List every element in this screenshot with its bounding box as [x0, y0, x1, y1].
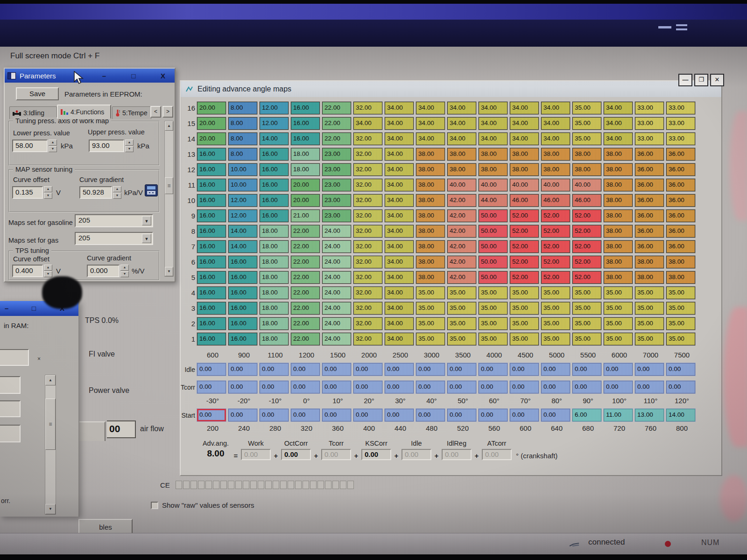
map-cell[interactable]: 16.00	[197, 287, 226, 299]
map-cell[interactable]: 38.00	[416, 179, 445, 191]
map-cell[interactable]: 38.00	[604, 210, 633, 222]
map-cell[interactable]: 38.00	[416, 163, 445, 176]
map-cell[interactable]: 23.00	[322, 210, 351, 222]
map-cell[interactable]: 38.00	[416, 148, 445, 161]
map-cell[interactable]: 46.00	[541, 194, 570, 207]
map-cell[interactable]: 38.00	[572, 163, 601, 176]
save-button[interactable]: Save	[16, 87, 59, 100]
map-cell[interactable]: 8.00	[228, 117, 257, 130]
map-cell[interactable]: 38.00	[604, 271, 633, 284]
parameters-titlebar[interactable]: Parameters – □ X	[5, 69, 175, 83]
idle-cell[interactable]: 0.00	[635, 363, 664, 376]
map-cell[interactable]: 35.00	[572, 133, 601, 145]
map-cell[interactable]: 16.00	[197, 194, 226, 207]
map-cell[interactable]: 38.00	[635, 256, 664, 268]
map-cell[interactable]: 32.00	[353, 210, 382, 222]
ram-field[interactable]	[0, 376, 21, 394]
map-cell[interactable]: 36.00	[635, 240, 664, 253]
tab-functions[interactable]: 4:Functions	[57, 105, 111, 119]
map-cell[interactable]: 20.00	[197, 133, 226, 145]
map-cell[interactable]: 52.00	[572, 210, 601, 222]
tab-scroll-left-button[interactable]: <	[150, 106, 161, 118]
map-cell[interactable]: 24.00	[322, 271, 351, 284]
start-cell[interactable]: 6.00	[572, 409, 601, 421]
map-cell[interactable]: 35.00	[541, 302, 570, 315]
map-cell[interactable]: 40.00	[447, 179, 476, 191]
scrollbar-thumb[interactable]: ≡	[165, 177, 173, 194]
map-cell[interactable]: 36.00	[666, 163, 695, 176]
restore-icon[interactable]: ❐	[694, 74, 708, 86]
map-cell[interactable]: 40.00	[572, 179, 601, 191]
map-cell[interactable]: 32.00	[353, 163, 382, 176]
maps-gasoline-select[interactable]: 205 ▼	[75, 214, 153, 227]
map-cell[interactable]: 12.00	[260, 102, 289, 114]
map-cell[interactable]: 36.00	[635, 210, 664, 222]
map-cell[interactable]: 44.00	[479, 194, 507, 207]
map-cell[interactable]: 36.00	[635, 179, 664, 191]
map-cell[interactable]: 34.00	[510, 133, 539, 145]
idle-cell[interactable]: 0.00	[385, 363, 414, 376]
ram-field[interactable]	[0, 425, 21, 442]
map-cell[interactable]: 35.00	[572, 287, 601, 299]
map-cell[interactable]: 22.00	[322, 102, 351, 114]
map-cell[interactable]: 18.00	[260, 240, 289, 253]
tcorr-cell[interactable]: 0.00	[479, 381, 507, 393]
scrollbar-thumb[interactable]: ≡	[45, 399, 56, 450]
map-cell[interactable]: 32.00	[353, 333, 382, 345]
map-cell[interactable]: 32.00	[353, 271, 382, 284]
map-cell[interactable]: 35.00	[479, 333, 507, 345]
map-cell[interactable]: 35.00	[416, 317, 445, 330]
map-cell[interactable]: 34.00	[604, 133, 633, 145]
tcorr-cell[interactable]: 0.00	[322, 381, 351, 393]
map-cell[interactable]: 38.00	[510, 163, 539, 176]
map-cell[interactable]: 16.00	[197, 317, 226, 330]
map-cell[interactable]: 33.00	[666, 102, 695, 114]
map-cell[interactable]: 38.00	[416, 240, 445, 253]
map-cell[interactable]: 50.00	[479, 240, 507, 253]
map-cell[interactable]: 38.00	[666, 271, 695, 284]
map-cell[interactable]: 52.00	[541, 225, 570, 238]
map-cell[interactable]: 34.00	[385, 148, 414, 161]
map-cell[interactable]: 16.00	[228, 333, 257, 345]
map-cell[interactable]: 38.00	[541, 163, 570, 176]
map-cell[interactable]: 32.00	[353, 256, 382, 268]
map-cell[interactable]: 35.00	[604, 287, 633, 299]
map-cell[interactable]: 38.00	[604, 194, 633, 207]
map-cell[interactable]: 36.00	[635, 225, 664, 238]
idle-cell[interactable]: 0.00	[604, 363, 633, 376]
map-cell[interactable]: 35.00	[416, 333, 445, 345]
idle-cell[interactable]: 0.00	[666, 363, 695, 376]
map-cell[interactable]: 35.00	[416, 302, 445, 315]
close-icon[interactable]: ✕	[710, 74, 724, 86]
map-cell[interactable]: 38.00	[416, 194, 445, 207]
map-cell[interactable]: 52.00	[510, 271, 539, 284]
map-cell[interactable]: 52.00	[572, 240, 601, 253]
close-icon[interactable]: X	[158, 72, 168, 80]
scroll-up-icon[interactable]: ▲	[45, 375, 56, 385]
map-cell[interactable]: 38.00	[604, 240, 633, 253]
map-cell[interactable]: 35.00	[666, 333, 695, 345]
map-cell[interactable]: 16.00	[260, 210, 289, 222]
map-cell[interactable]: 8.00	[228, 148, 257, 161]
map-cell[interactable]: 38.00	[447, 163, 476, 176]
map-cell[interactable]: 34.00	[385, 117, 414, 130]
map-cell[interactable]: 22.00	[291, 333, 320, 345]
idle-cell[interactable]: 0.00	[197, 363, 226, 376]
map-cell[interactable]: 38.00	[416, 271, 445, 284]
map-cell[interactable]: 34.00	[385, 102, 414, 114]
start-cell[interactable]: 0.00	[260, 409, 289, 421]
map-cell[interactable]: 24.00	[322, 287, 351, 299]
tcorr-cell[interactable]: 0.00	[447, 381, 476, 393]
map-cell[interactable]: 18.00	[260, 317, 289, 330]
tcorr-cell[interactable]: 0.00	[197, 381, 226, 393]
map-cell[interactable]: 24.00	[322, 225, 351, 238]
map-cell[interactable]: 38.00	[604, 163, 633, 176]
map-cell[interactable]: 34.00	[510, 117, 539, 130]
map-cell[interactable]: 35.00	[666, 287, 695, 299]
map-cell[interactable]: 8.00	[228, 102, 257, 114]
start-cell[interactable]: 0.00	[228, 409, 257, 421]
map-cell[interactable]: 50.00	[479, 210, 507, 222]
start-cell[interactable]: 0.00	[541, 409, 570, 421]
start-cell[interactable]: 0.00	[510, 409, 539, 421]
map-cell[interactable]: 38.00	[604, 179, 633, 191]
